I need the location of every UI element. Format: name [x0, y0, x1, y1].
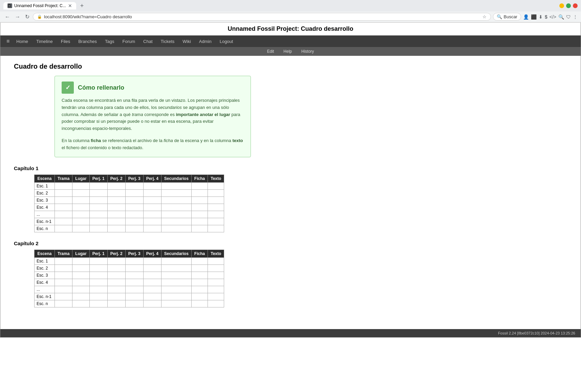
info-box: ✓ Cómo rellenarlo Cada escena se encontr…	[55, 76, 251, 157]
data-cell	[55, 286, 72, 293]
search2-icon[interactable]: 🔍	[558, 14, 564, 20]
nav-wiki[interactable]: Wiki	[178, 36, 195, 47]
table-row: Esc. 3	[35, 272, 224, 279]
chapter-2-table: Escena Trama Lugar Perj. 1 Perj. 2 Perj.…	[34, 250, 224, 307]
data-cell	[72, 272, 89, 279]
data-cell	[89, 300, 107, 307]
data-cell	[55, 189, 72, 197]
nav-branches[interactable]: Branches	[74, 36, 101, 47]
content-area: Cuadro de desarrollo ✓ Cómo rellenarlo C…	[0, 56, 581, 329]
info-box-paragraph2: En la columna ficha se referenciará el a…	[62, 137, 244, 152]
data-cell	[143, 300, 161, 307]
address-bar[interactable]: 🔒 localhost:8090/wiki?name=Cuadro desarr…	[33, 13, 491, 21]
data-cell	[89, 204, 107, 211]
close-button[interactable]	[573, 3, 578, 8]
maximize-button[interactable]	[566, 3, 571, 8]
table-header-row: Escena Trama Lugar Perj. 1 Perj. 2 Perj.…	[35, 250, 224, 257]
nav-timeline[interactable]: Timeline	[32, 36, 57, 47]
data-cell	[191, 300, 208, 307]
data-cell	[89, 211, 107, 218]
table-row: ...	[35, 286, 224, 293]
data-cell	[161, 204, 191, 211]
data-cell	[89, 225, 107, 232]
data-cell	[161, 264, 191, 272]
data-cell	[191, 272, 208, 279]
nav-tickets[interactable]: Tickets	[157, 36, 179, 47]
data-cell	[191, 182, 208, 189]
code-icon[interactable]: </>	[550, 14, 556, 20]
data-cell	[143, 189, 161, 197]
shield-icon[interactable]: 🛡	[566, 14, 571, 20]
tab-close-button[interactable]: ✕	[68, 3, 72, 8]
data-cell	[55, 197, 72, 204]
extensions-icon[interactable]: ⬛	[531, 14, 537, 20]
data-cell	[208, 272, 224, 279]
table-row: Esc. n-1	[35, 293, 224, 300]
subnav-help[interactable]: Help	[279, 48, 297, 55]
chapter-1-section: Capítulo 1 Escena Trama Lugar Perj. 1 Pe…	[14, 165, 567, 232]
back-button[interactable]: ←	[3, 13, 12, 21]
minimize-button[interactable]	[559, 3, 564, 8]
forward-button[interactable]: →	[14, 13, 22, 21]
data-cell	[55, 204, 72, 211]
scene-cell: Esc. 4	[35, 279, 55, 286]
profile-icon[interactable]: 👤	[523, 14, 529, 20]
browser-tab[interactable]: 🗒 Unnamed Fossil Project: C... ✕	[3, 2, 76, 9]
data-cell	[208, 197, 224, 204]
menu-icon[interactable]: ⋮	[573, 14, 578, 20]
chapter-1-table: Escena Trama Lugar Perj. 1 Perj. 2 Perj.…	[34, 175, 224, 232]
reload-button[interactable]: ↻	[24, 13, 31, 21]
nav-tags[interactable]: Tags	[101, 36, 118, 47]
scene-cell: Esc. 1	[35, 182, 55, 189]
chapter-1-heading: Capítulo 1	[14, 165, 567, 171]
dollar-icon[interactable]: $	[545, 14, 547, 20]
data-cell	[125, 300, 143, 307]
data-cell	[161, 272, 191, 279]
data-cell	[191, 204, 208, 211]
data-cell	[107, 300, 125, 307]
col-texto: Texto	[208, 175, 224, 182]
table-row: Esc. n-1	[35, 218, 224, 225]
search-bar[interactable]: 🔍 Buscar	[493, 13, 521, 21]
nav-home[interactable]: Home	[12, 36, 32, 47]
data-cell	[107, 286, 125, 293]
table-row: Esc. 4	[35, 279, 224, 286]
bookmark-icon[interactable]: ☆	[482, 14, 487, 19]
subnav-history[interactable]: History	[297, 48, 319, 55]
scene-cell: Esc. n	[35, 300, 55, 307]
scene-cell: Esc. 2	[35, 264, 55, 272]
scene-cell: Esc. n-1	[35, 218, 55, 225]
nav-files[interactable]: Files	[57, 36, 74, 47]
nav-admin[interactable]: Admin	[195, 36, 216, 47]
download-icon[interactable]: ⬇	[539, 14, 543, 20]
data-cell	[107, 204, 125, 211]
data-cell	[125, 182, 143, 189]
data-cell	[191, 225, 208, 232]
data-cell	[72, 211, 89, 218]
nav-chat[interactable]: Chat	[139, 36, 156, 47]
nav-forum[interactable]: Forum	[119, 36, 139, 47]
data-cell	[161, 197, 191, 204]
data-cell	[89, 197, 107, 204]
data-cell	[143, 225, 161, 232]
data-cell	[208, 225, 224, 232]
data-cell	[208, 189, 224, 197]
hamburger-icon[interactable]: ≡	[4, 36, 12, 47]
col-trama: Trama	[55, 175, 72, 182]
data-cell	[107, 225, 125, 232]
page-title-bar: Unnamed Fossil Project: Cuadro desarroll…	[0, 23, 581, 36]
data-cell	[55, 218, 72, 225]
data-cell	[191, 197, 208, 204]
new-tab-button[interactable]: +	[79, 2, 85, 9]
data-cell	[107, 279, 125, 286]
nav-logout[interactable]: Logout	[216, 36, 237, 47]
data-cell	[89, 293, 107, 300]
tab-favicon: 🗒	[7, 3, 12, 8]
col-perj4: Perj. 4	[143, 175, 161, 182]
subnav-edit[interactable]: Edit	[262, 48, 279, 55]
content-heading: Cuadro de desarrollo	[14, 63, 567, 70]
data-cell	[208, 182, 224, 189]
data-cell	[55, 279, 72, 286]
col-ficha: Ficha	[191, 175, 208, 182]
search-label: Buscar	[503, 14, 517, 19]
